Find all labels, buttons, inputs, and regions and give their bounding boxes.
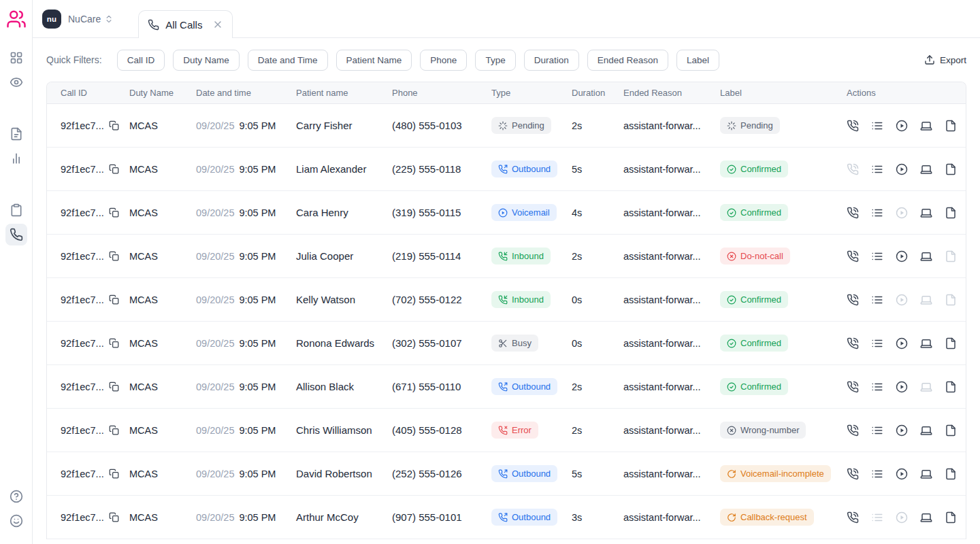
ended-reason-value: assistant-forwar... [623,469,720,479]
phone-call-action-icon[interactable] [847,120,859,132]
list-action-icon[interactable] [871,250,883,262]
play-circle-action-icon[interactable] [896,381,908,393]
list-action-icon[interactable] [871,468,883,480]
play-circle-action-icon[interactable] [896,337,908,350]
filter-chip-phone[interactable]: Phone [420,50,467,71]
file-action-icon[interactable] [945,337,957,350]
filter-chip-duration[interactable]: Duration [524,50,579,71]
sidebar-item-file-text[interactable] [5,123,27,145]
phone-value: (219) 555-0114 [392,250,491,262]
column-header-patient-name: Patient name [296,88,392,98]
sidebar-item-bar-chart[interactable] [5,148,27,169]
phone-incoming-icon [498,295,508,305]
list-action-icon[interactable] [871,337,883,350]
laptop-action-icon[interactable] [920,424,932,437]
phone-call-action-icon[interactable] [847,511,859,524]
play-circle-action-icon[interactable] [896,424,908,437]
phone-call-action-icon[interactable] [847,381,859,393]
phone-call-action-icon [847,163,859,175]
copy-icon[interactable] [109,338,119,348]
row-actions [847,424,966,437]
phone-value: (671) 555-0110 [392,381,491,392]
filter-chip-label[interactable]: Label [676,50,719,71]
file-action-icon[interactable] [945,163,957,175]
file-action-icon[interactable] [945,468,957,480]
copy-icon[interactable] [109,294,119,305]
file-action-icon[interactable] [945,424,957,437]
duration-value: 2s [572,381,623,392]
phone-call-action-icon[interactable] [847,424,859,437]
time-value: 9:05 PM [239,120,276,131]
file-action-icon[interactable] [945,381,957,393]
laptop-action-icon[interactable] [920,337,932,350]
filter-chip-type[interactable]: Type [475,50,515,71]
copy-icon[interactable] [109,381,119,392]
filter-chip-patient-name[interactable]: Patient Name [336,50,412,71]
laptop-action-icon[interactable] [920,120,932,132]
filter-chip-date-and-time[interactable]: Date and Time [248,50,328,71]
phone-call-action-icon[interactable] [847,468,859,480]
phone-call-action-icon[interactable] [847,207,859,219]
sidebar-item-smile[interactable] [5,510,27,532]
export-button[interactable]: Export [924,54,966,65]
label-badge-confirmed: Confirmed [720,378,788,395]
copy-icon[interactable] [109,469,119,479]
file-action-icon[interactable] [945,120,957,132]
date-value: 09/20/25 [196,294,234,305]
list-action-icon[interactable] [871,120,883,132]
sidebar-item-help-circle[interactable] [5,486,27,507]
laptop-action-icon[interactable] [920,511,932,524]
phone-call-action-icon[interactable] [847,250,859,262]
play-circle-action-icon[interactable] [896,468,908,480]
copy-icon[interactable] [109,164,119,174]
list-action-icon[interactable] [871,207,883,219]
sidebar-item-clipboard[interactable] [5,199,27,221]
ended-reason-value: assistant-forwar... [623,294,720,305]
copy-icon[interactable] [109,512,119,522]
list-action-icon[interactable] [871,294,883,306]
laptop-action-icon[interactable] [920,207,932,219]
close-icon[interactable] [212,19,223,30]
column-header-type: Type [491,88,572,98]
phone-call-action-icon[interactable] [847,294,859,306]
table-row: 92f1ec7...MCAS09/20/259:05 PMJulia Coope… [47,235,966,278]
file-action-icon[interactable] [945,207,957,219]
sidebar-item-phone[interactable] [5,224,27,245]
play-circle-action-icon [896,294,908,306]
phone-value: (319) 555-0115 [392,207,491,218]
phone-x-icon [498,426,508,435]
filter-chip-ended-reason[interactable]: Ended Reason [587,50,668,71]
table-row: 92f1ec7...MCAS09/20/259:05 PMLiam Alexan… [47,148,966,191]
sidebar-item-eye[interactable] [5,71,27,93]
laptop-action-icon[interactable] [920,468,932,480]
laptop-action-icon[interactable] [920,250,932,262]
list-action-icon[interactable] [871,424,883,437]
phone-call-action-icon[interactable] [847,337,859,350]
app-logo-icon[interactable] [6,9,27,29]
filter-chip-call-id[interactable]: Call ID [117,50,165,71]
row-actions [847,468,966,480]
play-circle-action-icon[interactable] [896,250,908,262]
tab-all-calls[interactable]: All Calls [138,10,233,38]
file-action-icon[interactable] [945,511,957,524]
copy-icon[interactable] [109,120,119,131]
play-circle-action-icon[interactable] [896,120,908,132]
filter-chip-duty-name[interactable]: Duty Name [173,50,240,71]
copy-icon[interactable] [109,207,119,218]
sidebar-item-layout-grid[interactable] [5,47,27,69]
label-badge-confirmed: Confirmed [720,335,788,352]
patient-name-value: David Robertson [296,468,392,479]
laptop-action-icon [920,381,932,393]
time-value: 9:05 PM [239,207,276,218]
workspace-switcher[interactable]: nu NuCare [42,10,114,29]
laptop-action-icon[interactable] [920,163,932,175]
play-circle-action-icon[interactable] [896,163,908,175]
label-badge-pending: Pending [720,117,780,134]
list-action-icon[interactable] [871,381,883,393]
copy-icon[interactable] [109,251,119,261]
copy-icon[interactable] [109,425,119,435]
duty-name-value: MCAS [129,207,196,218]
list-action-icon[interactable] [871,163,883,175]
check-circle-icon [727,339,736,348]
column-header-label: Label [720,88,847,98]
